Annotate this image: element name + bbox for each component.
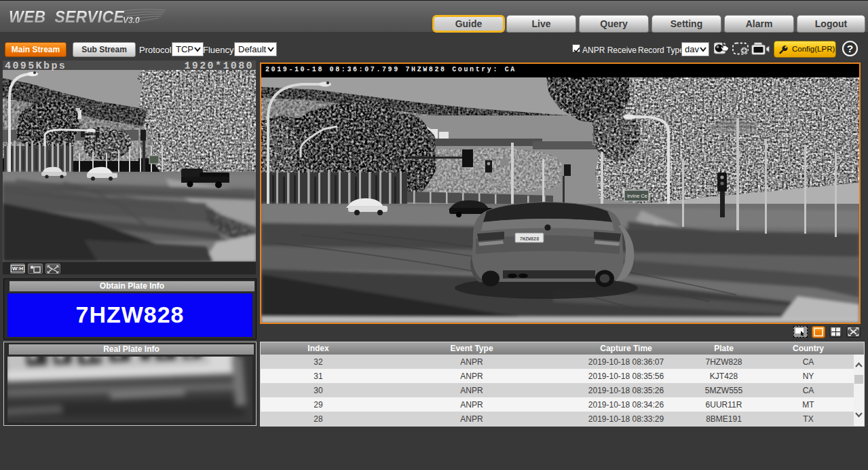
svg-text:?: ? <box>847 43 853 54</box>
svg-text:Irvine Ce: Irvine Ce <box>627 193 647 199</box>
svg-text:7HZW828: 7HZW828 <box>520 236 540 242</box>
